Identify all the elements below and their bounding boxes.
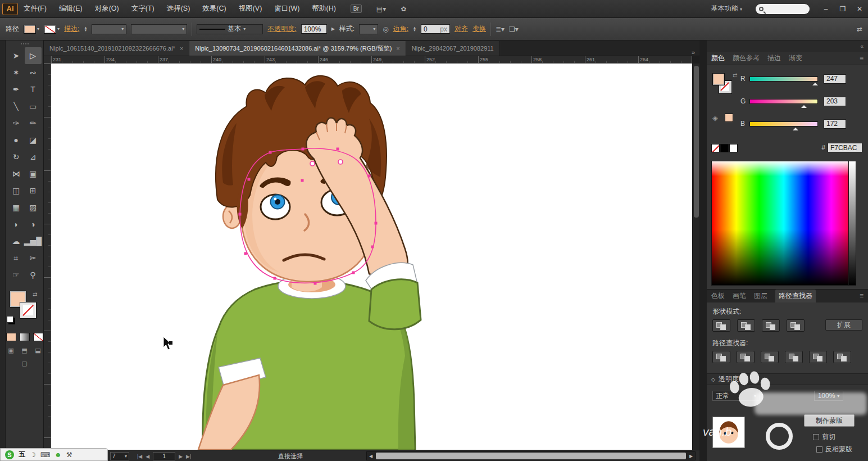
- ime-logo-icon[interactable]: S: [5, 450, 14, 459]
- vertical-scrollbar-thumb[interactable]: [694, 66, 699, 218]
- collapse-control-bar-icon[interactable]: ⇄: [857, 25, 862, 33]
- color-slider-handle-g[interactable]: [801, 102, 807, 108]
- tab-stroke[interactable]: 描边: [767, 53, 781, 63]
- color-slider-g[interactable]: [749, 99, 818, 104]
- pencil-tool[interactable]: ✏: [25, 115, 42, 132]
- prev-artboard-icon[interactable]: ◀: [146, 454, 149, 459]
- blob-brush-tool[interactable]: ●: [8, 132, 25, 148]
- stroke-weight-stepper[interactable]: ▲▼: [84, 26, 87, 32]
- next-artboard-icon[interactable]: ▶: [179, 454, 183, 459]
- opacity-arrow-icon[interactable]: ▶: [331, 26, 335, 31]
- align-options-icon[interactable]: ≣▾: [496, 25, 505, 33]
- search-input[interactable]: [756, 4, 810, 14]
- expand-button[interactable]: 扩展: [825, 319, 862, 331]
- blend-mode-dropdown[interactable]: 正常▾: [712, 391, 760, 401]
- zoom-tool[interactable]: ⚲: [25, 266, 42, 283]
- color-slider-handle-b[interactable]: [793, 125, 798, 130]
- gamut-swatch[interactable]: [725, 114, 733, 122]
- direct-selection-tool[interactable]: ▷: [25, 47, 42, 64]
- white-swatch[interactable]: [729, 144, 738, 152]
- collapse-panels-icon[interactable]: «: [860, 43, 864, 49]
- tab-color[interactable]: 颜色: [711, 53, 725, 63]
- bridge-button[interactable]: Br: [351, 4, 362, 13]
- out-of-gamut-cube-icon[interactable]: ◈: [712, 114, 718, 122]
- horizontal-scrollbar-thumb[interactable]: [376, 453, 686, 459]
- pen-tool[interactable]: ✒: [8, 81, 25, 98]
- restore-button[interactable]: ❐: [834, 3, 851, 15]
- make-mask-button[interactable]: 制作蒙版: [804, 414, 855, 427]
- color-fill-proxy[interactable]: [712, 73, 725, 85]
- transparency-header[interactable]: ◇透明度: [707, 374, 868, 385]
- corner-stepper[interactable]: ▲▼: [413, 26, 416, 32]
- scroll-right-icon[interactable]: ▶: [687, 454, 695, 459]
- eyedropper-tool[interactable]: ◗: [8, 216, 25, 233]
- style-dropdown[interactable]: ▾: [359, 24, 378, 34]
- ime-mode-label[interactable]: 五: [19, 450, 25, 459]
- tab-swatches[interactable]: 色板: [711, 291, 725, 301]
- none-swatch[interactable]: [711, 144, 720, 152]
- stroke-proxy-swatch[interactable]: [20, 302, 36, 318]
- minus-back-button[interactable]: [833, 351, 851, 363]
- tab-layers[interactable]: 图层: [754, 291, 767, 301]
- exclude-button[interactable]: [787, 319, 805, 332]
- channel-value-g[interactable]: 203: [824, 97, 846, 106]
- fill-color-dropdown[interactable]: ▾: [24, 25, 39, 34]
- menu-item[interactable]: 选择(S): [167, 4, 190, 13]
- color-swap-icon[interactable]: ⇄: [733, 72, 737, 78]
- workspace-switcher[interactable]: 基本功能 ▾: [711, 4, 742, 13]
- unite-button[interactable]: [712, 319, 730, 332]
- rectangle-tool[interactable]: ▭: [25, 98, 42, 115]
- selection-tool[interactable]: ➤: [8, 47, 25, 64]
- arrange-documents-icon[interactable]: ▤▾: [376, 5, 386, 13]
- width-tool[interactable]: ⋈: [8, 165, 25, 182]
- brush-definition-dropdown[interactable]: 基本▾: [197, 24, 263, 34]
- transform-link[interactable]: 变换: [472, 24, 486, 34]
- default-fill-stroke-icon[interactable]: [7, 316, 13, 323]
- black-swatch[interactable]: [720, 144, 729, 152]
- gradient-tool[interactable]: ▨: [25, 199, 42, 216]
- draw-behind-icon[interactable]: ⬒: [20, 347, 30, 354]
- stroke-weight-dropdown[interactable]: ▾: [92, 24, 126, 34]
- rotate-tool[interactable]: ↻: [8, 148, 25, 165]
- width-profile-dropdown[interactable]: ▾: [131, 24, 187, 34]
- trim-button[interactable]: [737, 351, 755, 363]
- panel-menu-icon[interactable]: ≡: [860, 292, 864, 300]
- vertical-ruler[interactable]: [44, 64, 51, 450]
- menu-item[interactable]: 编辑(E): [59, 4, 83, 13]
- corner-link[interactable]: 边角:: [393, 24, 408, 34]
- column-graph-tool[interactable]: ▂▅█: [25, 233, 42, 250]
- first-artboard-icon[interactable]: |◀: [137, 454, 142, 459]
- gradient-mode-button[interactable]: [20, 333, 30, 341]
- corner-field[interactable]: 0px: [421, 24, 450, 34]
- eraser-tool[interactable]: ◪: [25, 132, 42, 148]
- menu-item[interactable]: 视图(V): [239, 4, 262, 13]
- tab-color-guide[interactable]: 颜色参考: [733, 53, 760, 63]
- stroke-color-dropdown[interactable]: ▾: [44, 25, 60, 34]
- minimize-button[interactable]: –: [817, 3, 834, 15]
- artboard-tool[interactable]: ⌗: [8, 250, 25, 266]
- tab-brushes[interactable]: 画笔: [733, 291, 746, 301]
- close-button[interactable]: ✕: [851, 3, 868, 15]
- draw-inside-icon[interactable]: ⬓: [33, 347, 43, 354]
- slice-tool[interactable]: ✂: [25, 250, 42, 266]
- draw-normal-icon[interactable]: ▣: [6, 347, 16, 354]
- ruler-corner[interactable]: [44, 56, 51, 64]
- channel-value-b[interactable]: 172: [824, 119, 846, 129]
- hex-field[interactable]: F7CBAC: [828, 143, 862, 152]
- opacity-link[interactable]: 不透明度:: [267, 24, 296, 34]
- user-icon[interactable]: ☻: [54, 451, 62, 459]
- screen-mode-icon[interactable]: ▢: [20, 360, 30, 367]
- document-tab[interactable]: Nipic_29842067_2019082911: [406, 41, 500, 56]
- clip-checkbox[interactable]: [813, 434, 819, 440]
- menu-item[interactable]: 窗口(W): [274, 4, 299, 13]
- object-thumbnail[interactable]: [712, 417, 745, 448]
- wrench-icon[interactable]: ⚒: [66, 451, 72, 459]
- swap-fill-stroke-icon[interactable]: ⇄: [33, 291, 37, 297]
- tab-overflow-icon[interactable]: »: [687, 49, 699, 56]
- color-slider-r[interactable]: [749, 76, 818, 82]
- document-setup-icon[interactable]: ◎: [383, 25, 388, 33]
- menu-item[interactable]: 效果(C): [202, 4, 226, 13]
- crop-button[interactable]: [785, 351, 803, 363]
- none-mode-button[interactable]: [33, 333, 43, 341]
- color-slider-handle-r[interactable]: [812, 80, 818, 85]
